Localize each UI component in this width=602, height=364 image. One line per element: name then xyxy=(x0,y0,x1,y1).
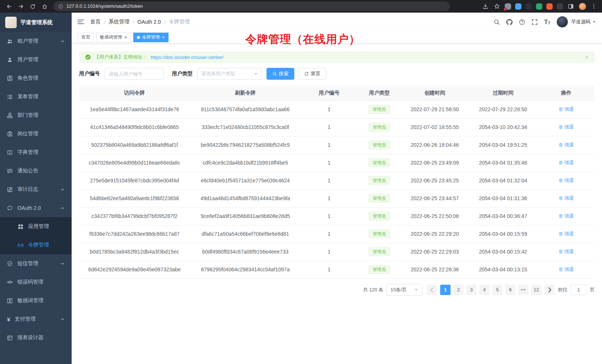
page-button-6[interactable]: 6 xyxy=(505,285,516,295)
page-button-4[interactable]: 4 xyxy=(479,285,490,295)
tab-oauth2-token[interactable]: 令牌管理× xyxy=(133,33,169,42)
tab-close-icon[interactable]: × xyxy=(124,35,127,40)
user-id-cell: 1 xyxy=(301,118,357,136)
page-button-5[interactable]: 5 xyxy=(492,285,503,295)
sidebar-item-notice[interactable]: 通知公告 xyxy=(0,162,72,180)
refresh-token-cell: 333ecfc71e02480cb11055c875c3ca0f xyxy=(190,118,301,136)
force-logout-button[interactable]: 强退 xyxy=(559,248,574,255)
breadcrumb-item[interactable]: OAuth 2.0 xyxy=(137,19,161,25)
sidebar-item-audit-log[interactable]: 审计日志 xyxy=(0,180,72,199)
sidebar-item-pay[interactable]: ¥支付管理 xyxy=(0,310,72,328)
sidebar-item-report-designer[interactable]: 报表设计器 xyxy=(0,328,72,347)
force-logout-button[interactable]: 强退 xyxy=(559,177,574,184)
sidebar-item-post[interactable]: 岗位管理 xyxy=(0,125,72,143)
next-page-button[interactable] xyxy=(544,285,555,295)
sidebar: 芋道管理系统 租户管理用户管理角色管理菜单管理部门管理岗位管理字典管理通知公告审… xyxy=(0,13,72,364)
reset-button[interactable]: 重置 xyxy=(298,68,326,80)
tab-sensitive-word[interactable]: 敏感词管理× xyxy=(96,33,131,42)
user-icon xyxy=(7,57,13,63)
back-icon[interactable] xyxy=(4,1,14,11)
force-logout-button[interactable]: 强退 xyxy=(559,142,574,148)
force-logout-button[interactable]: 强退 xyxy=(559,266,574,273)
search-icon xyxy=(272,72,277,76)
github-icon[interactable] xyxy=(506,19,513,25)
search-icon[interactable] xyxy=(494,19,500,25)
forward-icon[interactable] xyxy=(16,1,26,11)
app-logo[interactable]: 芋道管理系统 xyxy=(0,13,72,32)
user-type-badge: 管理员 xyxy=(369,247,390,256)
install-icon[interactable] xyxy=(482,3,489,10)
sidebar-subitem-label: 令牌管理 xyxy=(28,242,65,248)
sidebar-item-dict[interactable]: 字典管理 xyxy=(0,143,72,162)
force-logout-button[interactable]: 强退 xyxy=(559,213,574,219)
sidebar-item-sms[interactable]: 短信管理 xyxy=(0,254,72,273)
page-button-1[interactable]: 1 xyxy=(440,285,451,295)
sidebar-item-tenant[interactable]: 租户管理 xyxy=(0,32,72,50)
create-time-cell: 2022-06-25 22:29:03 xyxy=(401,243,468,261)
user-type-label: 用户类型 xyxy=(172,70,193,77)
more-vert-icon[interactable] xyxy=(590,3,598,10)
doc-link[interactable]: https://doc.iocoder.cn/user-center/ xyxy=(151,54,223,60)
force-logout-label: 强退 xyxy=(565,213,574,219)
force-logout-label: 强退 xyxy=(565,231,574,237)
page-content: 【用户体系】文档地址： https://doc.iocoder.cn/user-… xyxy=(72,44,602,364)
page-size-select[interactable]: 10条/页 xyxy=(386,284,422,296)
search-button[interactable]: 搜索 xyxy=(266,68,294,80)
force-logout-button[interactable]: 强退 xyxy=(559,124,574,130)
sidebar-item-oauth2[interactable]: OAuth 2.0 xyxy=(0,199,72,217)
sidebar-item-label: 部门管理 xyxy=(17,112,65,119)
breadcrumb-item[interactable]: 系统管理 xyxy=(109,19,130,25)
page-button-3[interactable]: 3 xyxy=(466,285,477,295)
refresh-icon[interactable] xyxy=(27,1,38,11)
breadcrumb-separator: / xyxy=(133,19,134,25)
expire-time-cell: 2054-03-04 19:51:25 xyxy=(468,136,538,154)
user-type-select[interactable]: 请选择用户类型 xyxy=(197,68,262,80)
extension-icon[interactable] xyxy=(557,3,563,10)
breadcrumb-item[interactable]: 首页 xyxy=(90,19,101,25)
split-view-icon[interactable] xyxy=(567,3,575,10)
action-cell: 强退 xyxy=(538,261,595,278)
pay-icon: ¥ xyxy=(7,317,10,322)
user-id-input[interactable] xyxy=(104,68,164,80)
close-icon[interactable]: × xyxy=(585,54,589,60)
sidebar-item-label: 租户管理 xyxy=(17,38,56,44)
sidebar-subitem-oauth2-token[interactable]: 令牌管理 xyxy=(0,236,72,254)
extension-icon[interactable] xyxy=(505,3,511,10)
url-bar[interactable]: 127.0.0.1:1024/system/oauth2/token xyxy=(53,1,450,11)
goto-page-input[interactable] xyxy=(570,285,587,295)
extension-icon[interactable] xyxy=(515,3,521,10)
sidebar-item-user[interactable]: 用户管理 xyxy=(0,50,72,69)
page-button-2[interactable]: 2 xyxy=(453,285,464,295)
bookmark-star-icon[interactable] xyxy=(493,3,501,10)
tab-home[interactable]: 首页 xyxy=(78,33,94,42)
extension-icon[interactable] xyxy=(536,3,542,10)
force-logout-button[interactable]: 强退 xyxy=(559,106,574,113)
force-logout-button[interactable]: 强退 xyxy=(559,195,574,202)
pager-more-button[interactable]: ••• xyxy=(518,285,529,295)
force-logout-button[interactable]: 强退 xyxy=(559,159,574,166)
sidebar-item-menu[interactable]: 菜单管理 xyxy=(0,87,72,106)
sidebar-item-error-code[interactable]: </>错误码管理 xyxy=(0,273,72,291)
tab-close-icon[interactable]: × xyxy=(162,35,165,40)
info-icon[interactable] xyxy=(58,4,63,9)
home-icon[interactable] xyxy=(39,1,50,11)
username[interactable]: 芋道源码 xyxy=(571,19,590,25)
sidebar-item-sensitive-word[interactable]: 敏感词管理 xyxy=(0,291,72,310)
prev-page-button[interactable] xyxy=(427,285,437,295)
extension-icon[interactable] xyxy=(526,3,532,10)
page-button-12[interactable]: 12 xyxy=(531,285,542,295)
sidebar-item-role[interactable]: 角色管理 xyxy=(0,69,72,87)
fullscreen-icon[interactable] xyxy=(531,19,538,25)
font-size-icon[interactable]: TT xyxy=(544,19,550,25)
profile-avatar[interactable] xyxy=(579,3,586,10)
sidebar-item-label: 审计日志 xyxy=(17,186,56,193)
user-avatar[interactable] xyxy=(557,16,568,27)
question-icon[interactable] xyxy=(519,19,525,25)
hamburger-icon[interactable] xyxy=(78,19,84,25)
force-logout-button[interactable]: 强退 xyxy=(559,231,574,237)
extension-icon[interactable] xyxy=(546,3,553,10)
post-icon xyxy=(7,131,13,137)
sidebar-item-dept[interactable]: 部门管理 xyxy=(0,106,72,125)
table-header-row: 访问令牌刷新令牌用户编号用户类型创建时间过期时间操作 xyxy=(79,86,595,100)
sidebar-subitem-oauth2-app[interactable]: 应用管理 xyxy=(0,217,72,236)
